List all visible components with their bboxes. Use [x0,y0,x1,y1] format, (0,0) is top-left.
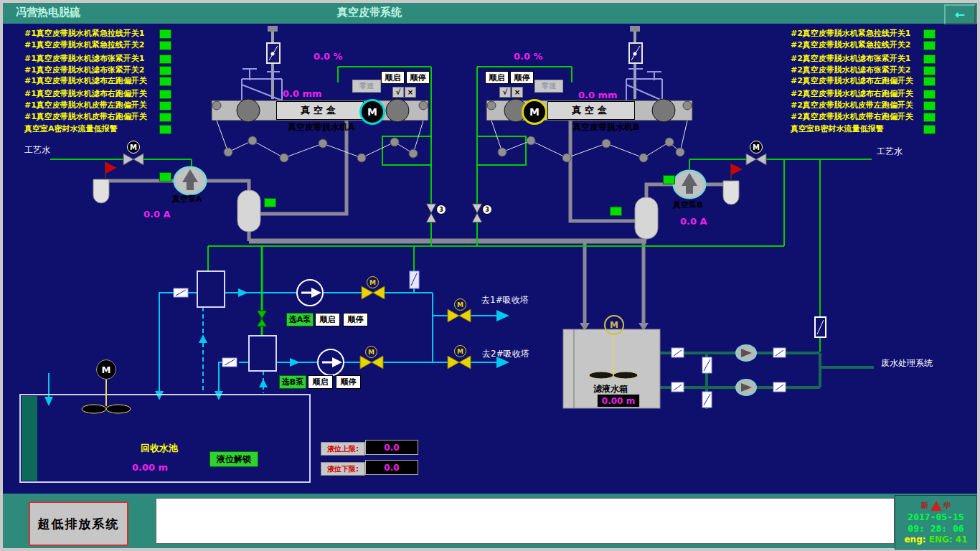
pool-label: 回收水池 [141,443,178,453]
vacuum-pump-a-current: 0.0 A [143,209,171,220]
pool-level: 0.00 m [132,463,168,473]
belt-deviation-b: 0.0 mm [578,90,618,100]
vacuum-pump-a[interactable] [174,167,206,194]
message-panel [156,498,895,544]
pump-a-stop-button[interactable]: 顺停 [343,313,368,326]
status-indicator [923,77,936,86]
window-frame-left [0,0,3,551]
tank-level-display: 0.00 m [597,394,640,408]
status-indicator [923,113,936,122]
vendor-logo: 新 华 [921,500,951,511]
separator-vessel-1 [197,271,225,307]
tower1-valve-motor[interactable]: M [454,298,466,311]
pump-b-start-button[interactable]: 顺启 [308,375,333,389]
machine-b-zerospeed-button[interactable]: 零速 [534,80,563,93]
status-indicator [159,55,171,64]
belt-a-motor[interactable]: M [359,99,385,125]
status-indicator [159,29,171,39]
vacuum-box-a: 真空盒 [276,101,364,120]
status-indicator [923,66,936,75]
tank-label: 滤液水箱 [593,385,628,394]
green-valve[interactable] [257,311,267,326]
alarm-label: #1真空皮带脱水机滤布张紧开关1 [24,55,145,63]
vacuum-percent-b: 0.0 % [514,52,543,62]
back-arrow-icon: ← [955,7,965,22]
alarm-label: 真空室A密封水流量低报警 [24,125,118,133]
transfer-pump-1[interactable] [736,345,756,361]
process-valve-b-motor[interactable]: M [750,141,763,154]
alarm-label: #2真空皮带脱水机滤布左跑偏开关 [791,77,913,85]
alarm-label: #2真空皮带脱水机滤布右跑偏开关 [791,90,913,98]
logo-char-right: 华 [943,500,951,511]
alarm-label: #1真空皮带脱水机紧急拉线开关1 [24,29,145,38]
eng-value: ENG: 41 [929,534,968,545]
header-valve-a[interactable] [426,204,436,222]
process-valve-a-motor[interactable]: M [127,141,140,154]
engineer-status: eng: ENG: 41 [904,534,967,545]
vacuum-pump-b-current: 0.0 A [680,217,707,227]
status-indicator [923,41,936,50]
tower2-valve[interactable] [448,356,471,369]
vacuum-pump-b[interactable] [674,171,705,198]
vacuum-receiver-a [237,190,260,232]
alarm-label: #1真空皮带脱水机滤布右跑偏开关 [24,90,147,98]
transfer-pump-2[interactable] [736,380,756,395]
plant-title: 冯营热电脱硫 [16,6,80,19]
status-indicator [923,29,936,39]
machine-a-confirm-button[interactable]: √ [392,87,404,98]
logo-char-left: 新 [921,500,929,511]
tower2-valve-motor[interactable]: M [454,345,466,357]
status-indicator [159,113,171,122]
filtrate-valve-b-motor[interactable]: M [365,346,377,358]
header-valve-b[interactable] [472,204,482,222]
status-indicator [159,77,171,86]
pump-a-start-button[interactable]: 顺启 [315,313,340,326]
hmi-screen: 冯营热电脱硫 真空皮带系统 ← #1真空皮带脱水机紧急拉线开关1 #1真空皮带脱… [0,0,980,551]
level-unlock-button[interactable]: 液位解锁 [209,451,258,467]
vacuum-receiver-b [635,197,658,239]
tank-agitator-motor[interactable]: M [604,315,624,335]
filtrate-valve-a-motor[interactable]: M [367,276,379,288]
filtrate-pump-b[interactable] [318,349,344,375]
machine-a-cancel-button[interactable]: × [405,87,416,98]
vacuum-percent-a: 0.0 % [314,52,343,62]
pool-agitator-motor[interactable]: M [96,359,116,380]
nav-ultra-low-emission-button[interactable]: 超低排放系统 [29,501,128,546]
eng-prefix: eng: [904,534,925,545]
status-indicator [923,125,936,134]
belt-deviation-a: 0.0 mm [283,89,322,99]
alarm-label: #1真空皮带脱水机皮带右跑偏开关 [24,113,147,121]
machine-b-confirm-button[interactable]: √ [499,87,511,98]
window-frame-right [977,0,980,551]
select-pump-b-button[interactable]: 选B泵 [279,375,306,389]
tower1-valve[interactable] [448,309,471,322]
pump-b-stop-button[interactable]: 顺停 [336,375,361,389]
window-frame-top [0,0,980,3]
to-tower1-label: 去1#吸收塔 [481,296,529,305]
level-high-limit-button[interactable]: 液位上限: [321,442,365,456]
status-indicator [159,125,171,134]
system-date: 2017-05-15 [908,512,963,522]
filtrate-pump-a[interactable] [297,280,323,306]
triangle-logo-icon [930,501,942,511]
machine-b-stop-button[interactable]: 顺停 [510,71,534,84]
machine-b-cancel-button[interactable]: × [512,87,523,98]
back-button[interactable]: ← [944,4,976,24]
select-pump-a-button[interactable]: 选A泵 [286,313,314,326]
process-water-label-right: 工艺水 [877,147,903,156]
system-time: 09: 28: 06 [908,523,963,534]
machine-b-start-button[interactable]: 顺启 [485,71,509,84]
alarm-label: #2真空皮带脱水机滤布张紧开关1 [791,55,911,63]
level-low-limit-button[interactable]: 液位下限: [321,462,365,476]
machine-a-stop-button[interactable]: 顺停 [406,71,430,84]
waste-water-pipes [660,353,874,409]
title-bar [3,3,977,24]
belt-b-motor[interactable]: M [522,99,547,125]
status-indicator [264,198,276,207]
mast-cap [268,26,278,32]
separator-vessel-2 [249,336,276,371]
machine-a-start-button[interactable]: 顺启 [381,71,405,84]
to-tower2-label: 去2#吸收塔 [482,349,529,359]
machine-a-zerospeed-button[interactable]: 零速 [352,80,381,93]
mast-cap [630,26,640,32]
